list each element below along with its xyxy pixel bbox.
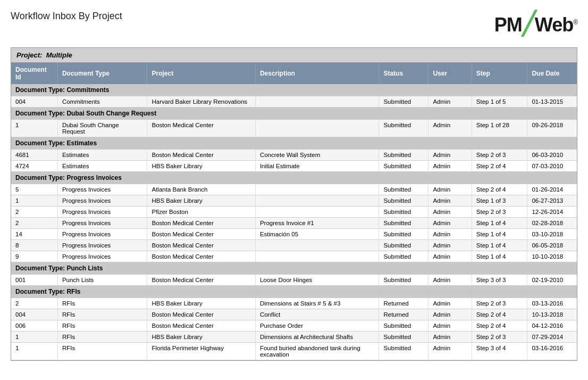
cell-docid: 006	[11, 320, 57, 332]
table-row[interactable]: 1Progress InvoicesHBS Baker LibrarySubmi…	[11, 195, 577, 206]
table-row[interactable]: 4724EstimatesHBS Baker LibraryInitial Es…	[11, 161, 577, 172]
project-header: Project: Multiple	[11, 48, 577, 63]
cell-doctype: Progress Invoices	[57, 184, 147, 195]
cell-project: HBS Baker Library	[147, 332, 255, 343]
table-row[interactable]: 9Progress InvoicesBoston Medical CenterS…	[11, 251, 577, 262]
logo-web: Web	[535, 14, 573, 36]
cell-user: Admin	[429, 320, 472, 332]
cell-docid: 004	[11, 96, 57, 108]
cell-docid: 1	[11, 332, 57, 343]
cell-doctype: Commitments	[57, 96, 147, 108]
cell-status: Submitted	[379, 332, 429, 343]
cell-duedate: 03-13-2016	[527, 298, 577, 309]
cell-user: Admin	[429, 343, 472, 360]
cell-duedate: 03-16-2016	[527, 343, 577, 360]
cell-docid: 1	[11, 343, 57, 360]
cell-status: Returned	[379, 309, 429, 320]
cell-description: Initial Estimate	[255, 161, 379, 172]
cell-step: Step 3 of 3	[472, 275, 527, 286]
table-row[interactable]: 004RFIsBoston Medical CenterConflictRetu…	[11, 309, 577, 320]
cell-doctype: Estimates	[57, 161, 147, 172]
cell-doctype: RFIs	[57, 298, 147, 309]
cell-duedate: 04-12-2016	[527, 320, 577, 332]
project-value: Multiple	[46, 51, 72, 59]
table-row[interactable]: 5Progress InvoicesAtlanta Bank BranchSub…	[11, 184, 577, 195]
table-row[interactable]: 8Progress InvoicesBoston Medical CenterS…	[11, 240, 577, 251]
section-header-row: Document Type: Estimates	[11, 137, 577, 150]
cell-project: Boston Medical Center	[147, 309, 255, 320]
cell-docid: 2	[11, 206, 57, 218]
table-row[interactable]: 4681EstimatesBoston Medical CenterConcre…	[11, 150, 577, 161]
table-row[interactable]: 2Progress InvoicesBoston Medical CenterP…	[11, 218, 577, 229]
section-label: Document Type: Dubai South Change Reques…	[11, 108, 577, 120]
section-label: Document Type: Progress Invoices	[11, 172, 577, 184]
table-row[interactable]: 1RFIsFlorida Perimeter HighwayFound buri…	[11, 343, 577, 360]
section-header-row: Document Type: Commitments	[11, 84, 577, 96]
cell-doctype: Progress Invoices	[57, 218, 147, 229]
col-header-duedate: Due Date	[527, 63, 577, 84]
cell-project: HBS Baker Library	[147, 161, 255, 172]
cell-status: Submitted	[379, 343, 429, 360]
cell-user: Admin	[429, 161, 472, 172]
cell-description	[255, 240, 379, 251]
cell-doctype: RFIs	[57, 309, 147, 320]
cell-project: Boston Medical Center	[147, 251, 255, 262]
cell-docid: 8	[11, 240, 57, 251]
cell-status: Submitted	[379, 120, 429, 137]
cell-status: Submitted	[379, 161, 429, 172]
cell-step: Step 2 of 4	[472, 184, 527, 195]
table-row[interactable]: 1Dubai South Change RequestBoston Medica…	[11, 120, 577, 137]
cell-docid: 001	[11, 275, 57, 286]
table-row[interactable]: 1RFIsHBS Baker LibraryDimensions at Arch…	[11, 332, 577, 343]
col-header-doctype: Document Type	[57, 63, 147, 84]
cell-project: Boston Medical Center	[147, 150, 255, 161]
cell-step: Step 1 of 4	[472, 240, 527, 251]
cell-user: Admin	[429, 195, 472, 206]
cell-user: Admin	[429, 251, 472, 262]
cell-step: Step 2 of 4	[472, 309, 527, 320]
cell-step: Step 1 of 5	[472, 96, 527, 108]
cell-step: Step 2 of 3	[472, 206, 527, 218]
section-label: Document Type: RFIs	[11, 286, 577, 298]
cell-user: Admin	[429, 150, 472, 161]
table-row[interactable]: 004CommitmentsHarvard Baker Library Reno…	[11, 96, 577, 108]
cell-duedate: 10-10-2018	[527, 251, 577, 262]
cell-project: HBS Baker Library	[147, 195, 255, 206]
cell-docid: 1	[11, 120, 57, 137]
cell-user: Admin	[429, 96, 472, 108]
cell-user: Admin	[429, 298, 472, 309]
cell-docid: 1	[11, 195, 57, 206]
cell-description: Dimensions at Stairs # 5 & #3	[255, 298, 379, 309]
table-row[interactable]: 14Progress InvoicesBoston Medical Center…	[11, 229, 577, 240]
cell-docid: 14	[11, 229, 57, 240]
cell-project: Boston Medical Center	[147, 320, 255, 332]
cell-description: Progress Invoice #1	[255, 218, 379, 229]
cell-step: Step 1 of 3	[472, 195, 527, 206]
cell-status: Submitted	[379, 240, 429, 251]
table-row[interactable]: 2Progress InvoicesPfizer BostonSubmitted…	[11, 206, 577, 218]
cell-duedate: 02-19-2010	[527, 275, 577, 286]
col-header-project: Project	[147, 63, 255, 84]
cell-duedate: 10-13-2018	[527, 309, 577, 320]
cell-doctype: Progress Invoices	[57, 240, 147, 251]
cell-doctype: Dubai South Change Request	[57, 120, 147, 137]
table-row[interactable]: 001Punch ListsBoston Medical CenterLoose…	[11, 275, 577, 286]
cell-docid: 4681	[11, 150, 57, 161]
logo: PM╱Web®	[494, 11, 577, 37]
table-row[interactable]: 2RFIsHBS Baker LibraryDimensions at Stai…	[11, 298, 577, 309]
cell-status: Submitted	[379, 206, 429, 218]
cell-duedate: 06-03-2010	[527, 150, 577, 161]
table-row[interactable]: 006RFIsBoston Medical CenterPurchase Ord…	[11, 320, 577, 332]
logo-pm: PM	[494, 14, 522, 36]
cell-doctype: Progress Invoices	[57, 195, 147, 206]
cell-description	[255, 206, 379, 218]
col-header-user: User	[429, 63, 472, 84]
cell-user: Admin	[429, 229, 472, 240]
cell-description	[255, 184, 379, 195]
cell-status: Submitted	[379, 184, 429, 195]
cell-step: Step 3 of 4	[472, 343, 527, 360]
cell-project: Boston Medical Center	[147, 120, 255, 137]
cell-status: Submitted	[379, 96, 429, 108]
cell-step: Step 2 of 4	[472, 161, 527, 172]
section-label: Document Type: Commitments	[11, 84, 577, 96]
